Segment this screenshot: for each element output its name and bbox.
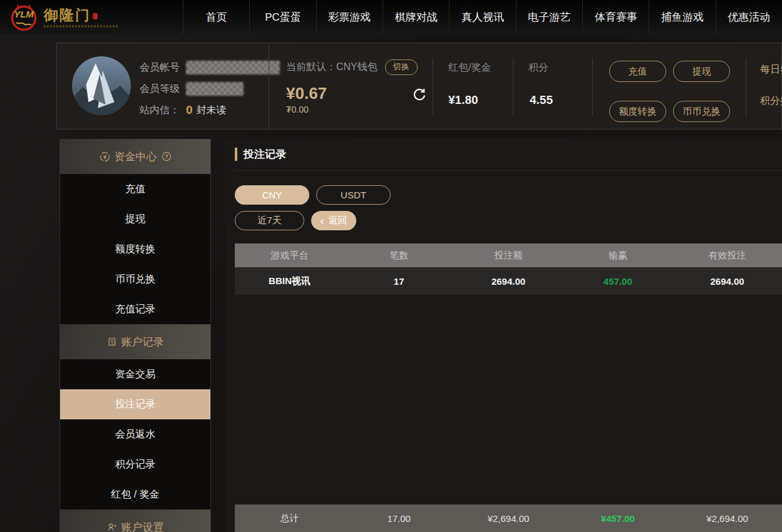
- sidebar-item[interactable]: 红包 / 奖金: [60, 479, 210, 509]
- table-header-cell: 输赢: [563, 243, 672, 267]
- panel-divider: [746, 58, 746, 116]
- sidebar-section-header: 账户设置: [60, 509, 210, 532]
- brand-seal-icon: [93, 13, 98, 19]
- table-cell: 2694.00: [454, 267, 563, 295]
- nav-item[interactable]: 真人视讯: [449, 0, 515, 34]
- bonus-value: ¥1.80: [448, 93, 478, 107]
- sidebar-section-title: 资金中心: [115, 150, 157, 164]
- back-button-label: 返回: [329, 215, 347, 227]
- table-header-cell: 投注额: [454, 243, 563, 267]
- sidebar-item[interactable]: 投注记录: [60, 389, 210, 419]
- svg-text:?: ?: [165, 153, 168, 160]
- main-content: 投注记录 CNY USDT 近7天 ‹ 返回 游戏平台笔数投注额输赢有效投注 B…: [225, 139, 782, 532]
- nav-items: 首页PC蛋蛋彩票游戏棋牌对战真人视讯电子游艺体育赛事捕鱼游戏优惠活动: [183, 0, 782, 34]
- svg-text:¥: ¥: [103, 153, 106, 160]
- avatar[interactable]: [72, 56, 131, 115]
- table-cell: ¥2,694.00: [454, 504, 563, 532]
- table-cell: 总计: [235, 504, 344, 532]
- coin-exchange-button[interactable]: 币币兑换: [673, 101, 730, 122]
- nav-item[interactable]: 棋牌对战: [383, 0, 449, 34]
- sidebar-item[interactable]: 充值记录: [60, 294, 210, 324]
- panel-divider: [592, 58, 593, 116]
- table-cell: ¥457.00: [563, 504, 672, 532]
- top-navigation: YLM 御隆门 首页PC蛋蛋彩票游戏棋牌对战真人视讯电子游艺体育赛事捕鱼游戏优惠…: [0, 0, 782, 34]
- table-row[interactable]: BBIN视讯172694.00457.002694.00: [235, 267, 782, 295]
- nav-item[interactable]: PC蛋蛋: [249, 0, 316, 34]
- table-total-row: 总计17.00¥2,694.00¥457.00¥2,694.00: [235, 504, 782, 532]
- sidebar-item[interactable]: 积分记录: [60, 449, 210, 479]
- brand-logo-icon: YLM: [10, 4, 38, 31]
- nav-item[interactable]: 捕鱼游戏: [649, 0, 715, 34]
- currency-tab-cny[interactable]: CNY: [235, 185, 309, 205]
- nav-item[interactable]: 优惠活动: [716, 0, 782, 34]
- date-range-label: 近7天: [257, 215, 281, 227]
- title-separator: [235, 170, 782, 171]
- sidebar-section-header: ¥资金中心?: [60, 139, 210, 174]
- sidebar-item[interactable]: 资金交易: [60, 359, 210, 389]
- refresh-icon[interactable]: [411, 87, 428, 103]
- member-level-label: 会员等级: [140, 83, 180, 96]
- brand-tagline: [44, 25, 119, 28]
- usdt-balance: ₮0.00: [286, 105, 418, 115]
- inbox-unread-count[interactable]: 0: [186, 103, 193, 117]
- funds-center-icon: ¥: [100, 151, 110, 162]
- sidebar-item[interactable]: 提现: [60, 204, 210, 234]
- table-header-row: 游戏平台笔数投注额输赢有效投注: [235, 243, 782, 267]
- brand-name: 御隆门: [44, 7, 91, 23]
- table-cell: 17: [344, 267, 454, 295]
- panel-divider: [433, 58, 433, 116]
- deposit-button[interactable]: 充值: [609, 61, 666, 82]
- account-settings-icon: [107, 522, 117, 532]
- table-cell: 457.00: [563, 267, 672, 295]
- bonus-label: 红包/奖金: [448, 61, 491, 74]
- nav-item[interactable]: 体育赛事: [582, 0, 649, 34]
- member-level-value-censored: [186, 82, 244, 96]
- table-cell: ¥2,694.00: [672, 504, 782, 532]
- nav-item[interactable]: 首页: [183, 0, 249, 34]
- points-label: 积分: [528, 61, 548, 74]
- sidebar-item[interactable]: 会员返水: [60, 419, 210, 449]
- quota-transfer-button[interactable]: 额度转换: [609, 101, 666, 122]
- cny-balance: ¥0.67: [286, 84, 418, 103]
- inbox-label: 站内信：: [140, 104, 180, 117]
- sidebar-item[interactable]: 充值: [60, 174, 210, 204]
- chevron-left-icon: ‹: [321, 215, 324, 227]
- table-header-cell: 笔数: [344, 243, 454, 267]
- account-records-icon: [107, 337, 117, 347]
- member-account-value-censored: [186, 61, 280, 74]
- table-cell: 2694.00: [672, 267, 782, 295]
- svg-text:YLM: YLM: [14, 9, 34, 19]
- sidebar: ¥资金中心?充值提现额度转换币币兑换充值记录账户记录资金交易投注记录会员返水积分…: [59, 139, 211, 532]
- sidebar-item[interactable]: 额度转换: [60, 234, 210, 264]
- sidebar-section-title: 账户记录: [121, 335, 164, 349]
- member-header-panel: 会员帐号 会员等级 站内信： 0 封未读 当前默认：CNY钱包 切换 ¥0.67…: [56, 43, 782, 130]
- inbox-unread-suffix: 封未读: [197, 104, 227, 117]
- page-title: 投注记录: [244, 147, 286, 161]
- wallet-default-label: 当前默认：CNY钱包: [286, 61, 378, 74]
- date-range-button[interactable]: 近7天: [235, 211, 304, 230]
- sidebar-section-header: 账户记录: [60, 324, 210, 359]
- brand-logo[interactable]: YLM 御隆门: [0, 0, 183, 34]
- title-accent-bar: [235, 148, 237, 161]
- help-icon[interactable]: ?: [162, 151, 172, 161]
- table-cell: BBIN视讯: [235, 267, 344, 295]
- sidebar-item[interactable]: 币币兑换: [60, 264, 210, 294]
- withdraw-button[interactable]: 提现: [673, 61, 730, 82]
- panel-divider: [269, 43, 269, 129]
- points-value: 4.55: [530, 93, 553, 107]
- daily-signin-link[interactable]: 每日签: [760, 63, 782, 76]
- panel-divider: [513, 58, 513, 116]
- table-header-cell: 游戏平台: [235, 243, 344, 267]
- nav-item[interactable]: 彩票游戏: [316, 0, 383, 34]
- wallet-switch-button[interactable]: 切换: [385, 59, 418, 75]
- currency-tab-usdt[interactable]: USDT: [316, 185, 391, 205]
- member-account-label: 会员帐号: [140, 61, 180, 74]
- table-cell: 17.00: [344, 504, 454, 532]
- back-button[interactable]: ‹ 返回: [311, 211, 356, 230]
- points-lottery-link[interactable]: 积分抽: [760, 95, 782, 108]
- nav-item[interactable]: 电子游艺: [516, 0, 582, 34]
- sidebar-section-title: 账户设置: [121, 520, 164, 532]
- table-header-cell: 有效投注: [672, 243, 782, 267]
